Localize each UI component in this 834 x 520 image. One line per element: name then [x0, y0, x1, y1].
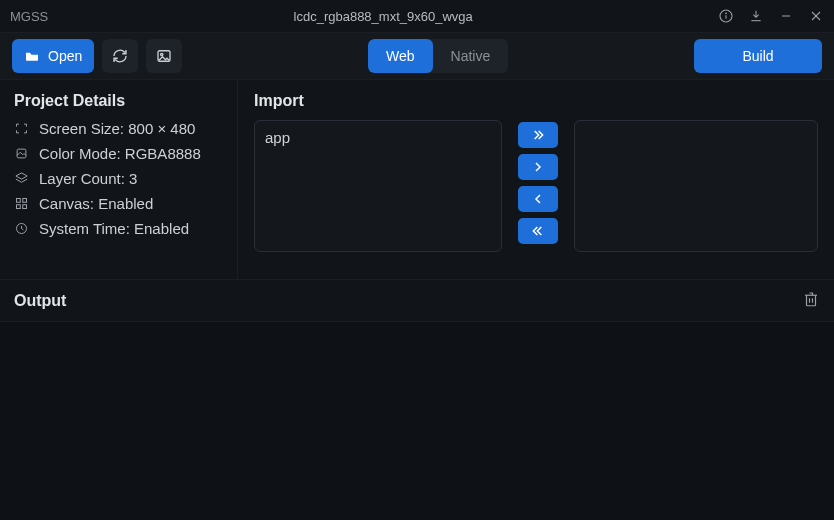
move-left-button[interactable] [518, 186, 558, 212]
detail-label: Layer Count: 3 [39, 170, 137, 187]
build-button[interactable]: Build [694, 39, 822, 73]
import-selected-listbox[interactable] [574, 120, 818, 252]
svg-rect-9 [17, 199, 21, 203]
target-segmented-control: Web Native [368, 39, 508, 73]
app-name: MGSS [10, 9, 48, 24]
refresh-button[interactable] [102, 39, 138, 73]
output-body [0, 322, 834, 520]
detail-system-time: System Time: Enabled [14, 220, 223, 237]
svg-rect-11 [17, 205, 21, 209]
output-header: Output [0, 280, 834, 322]
svg-point-2 [726, 13, 727, 14]
info-icon[interactable] [718, 8, 734, 24]
detail-label: System Time: Enabled [39, 220, 189, 237]
import-available-listbox[interactable]: app [254, 120, 502, 252]
segment-native[interactable]: Native [433, 39, 509, 73]
project-details-title: Project Details [14, 92, 223, 110]
download-icon[interactable] [748, 8, 764, 24]
svg-rect-10 [23, 199, 27, 203]
titlebar: MGSS lcdc_rgba888_mxt_9x60_wvga [0, 0, 834, 32]
trash-icon[interactable] [802, 290, 820, 311]
segment-web[interactable]: Web [368, 39, 433, 73]
detail-color-mode: Color Mode: RGBA8888 [14, 145, 223, 162]
move-all-left-button[interactable] [518, 218, 558, 244]
output-title: Output [14, 292, 66, 310]
move-right-button[interactable] [518, 154, 558, 180]
open-button-label: Open [48, 48, 82, 64]
minimize-icon[interactable] [778, 8, 794, 24]
detail-screen-size: Screen Size: 800 × 480 [14, 120, 223, 137]
image-preview-button[interactable] [146, 39, 182, 73]
project-details-panel: Project Details Screen Size: 800 × 480 C… [0, 80, 238, 279]
build-button-label: Build [742, 48, 773, 64]
detail-label: Color Mode: RGBA8888 [39, 145, 201, 162]
import-panel: Import app [238, 80, 834, 279]
toolbar: Open Web Native Build [0, 32, 834, 80]
svg-rect-12 [23, 205, 27, 209]
detail-layer-count: Layer Count: 3 [14, 170, 223, 187]
close-icon[interactable] [808, 8, 824, 24]
move-all-right-button[interactable] [518, 122, 558, 148]
detail-label: Canvas: Enabled [39, 195, 153, 212]
document-title: lcdc_rgba888_mxt_9x60_wvga [48, 9, 718, 24]
detail-canvas: Canvas: Enabled [14, 195, 223, 212]
detail-label: Screen Size: 800 × 480 [39, 120, 195, 137]
open-button[interactable]: Open [12, 39, 94, 73]
svg-point-7 [161, 53, 163, 55]
list-item[interactable]: app [265, 129, 491, 146]
import-title: Import [254, 92, 818, 110]
